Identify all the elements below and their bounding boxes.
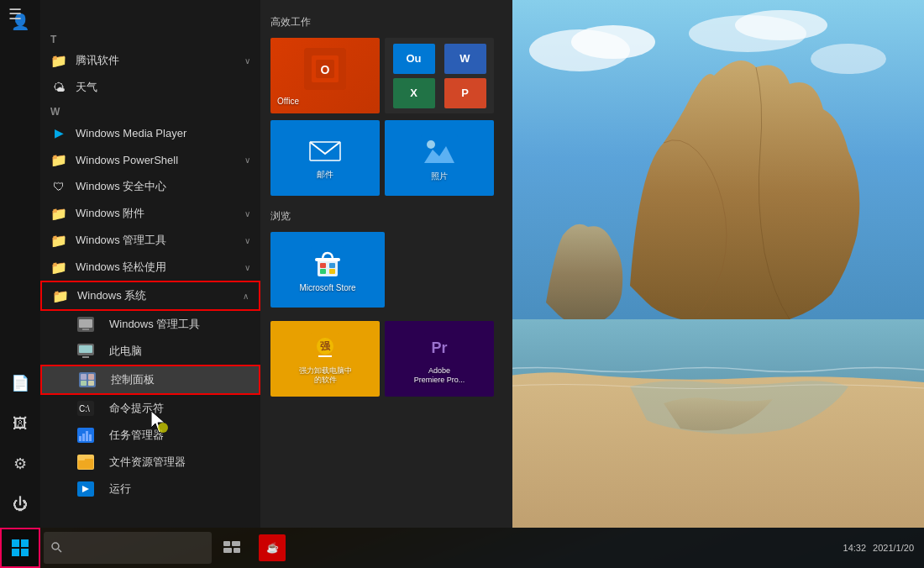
weather-icon: 🌤 xyxy=(50,79,67,96)
tile-photos-label: 照片 xyxy=(431,171,448,181)
svg-rect-57 xyxy=(12,549,19,556)
taskbar-right: 14:32 2021/1/20 xyxy=(843,543,924,553)
app-item-tencent[interactable]: 📁 腾讯软件 ∨ xyxy=(40,47,260,74)
word-mini-icon: W xyxy=(444,44,486,74)
app-item-weather[interactable]: 🌤 天气 xyxy=(40,74,260,101)
expand-arrow-tencent: ∨ xyxy=(244,56,250,66)
expand-arrow-powershell: ∨ xyxy=(244,155,250,165)
app-item-controlpanel[interactable]: 控制面板 xyxy=(40,365,260,395)
section-letter-w: W xyxy=(40,101,260,119)
app-label-admintools: Windows 管理工具 xyxy=(76,233,166,248)
taskview-button[interactable] xyxy=(212,528,252,568)
svg-text:O: O xyxy=(321,63,330,76)
tiles-row-utils: 强 强力卸载电脑中的软件 Pr AdobePremiere Pro... xyxy=(270,321,502,397)
settings-icon[interactable]: ⚙ xyxy=(3,447,37,481)
app-label-thispc: 此电脑 xyxy=(109,344,142,359)
tile-premiere[interactable]: Pr AdobePremiere Pro... xyxy=(385,321,494,397)
app-item-admintools[interactable]: 📁 Windows 管理工具 ∨ xyxy=(40,227,260,254)
app-label-easyaccess: Windows 轻松使用 xyxy=(76,260,166,275)
tile-photos[interactable]: 照片 xyxy=(385,120,494,196)
start-menu: 👤 📄 🖼 ⚙ ⏻ ☰ T 📁 腾讯软件 ∨ 🌤 天气 W ▶ Windows … xyxy=(0,0,512,528)
app-item-wmp[interactable]: ▶ Windows Media Player xyxy=(40,119,260,146)
tile-mail[interactable]: 邮件 xyxy=(270,120,380,196)
app-item-easyaccess[interactable]: 📁 Windows 轻松使用 ∨ xyxy=(40,254,260,281)
search-bar[interactable] xyxy=(44,532,212,564)
svg-rect-64 xyxy=(234,548,240,553)
cmd-icon: C:\ xyxy=(77,400,94,417)
tiles-row-2: 邮件 照片 xyxy=(270,120,502,196)
pictures-icon[interactable]: 🖼 xyxy=(3,407,37,440)
tiles-row-store: Microsoft Store xyxy=(270,232,502,308)
expand-arrow-easyaccess: ∨ xyxy=(244,263,250,272)
app-label-security: Windows 安全中心 xyxy=(76,179,166,194)
app-item-explorer[interactable]: 文件资源管理器 xyxy=(40,449,260,476)
app-item-winsystem-admintool[interactable]: Windows 管理工具 xyxy=(40,311,260,338)
app-item-security[interactable]: 🛡 Windows 安全中心 xyxy=(40,173,260,200)
section-browse: 浏览 Microsoft Store xyxy=(270,209,502,308)
svg-rect-21 xyxy=(88,374,94,380)
expand-arrow-admintools: ∨ xyxy=(244,236,250,245)
svg-rect-49 xyxy=(329,269,335,274)
expand-arrow-winsystem: ∧ xyxy=(243,292,249,301)
search-icon xyxy=(50,541,64,555)
section-header-productivity: 高效工作 xyxy=(270,15,502,29)
app-item-accessories[interactable]: 📁 Windows 附件 ∨ xyxy=(40,200,260,227)
app-label-wmp: Windows Media Player xyxy=(76,127,186,139)
app-item-powershell[interactable]: 📁 Windows PowerShell ∨ xyxy=(40,146,260,173)
outlook-mini-icon: Ou xyxy=(393,44,435,74)
icon-strip: 👤 📄 🖼 ⚙ ⏻ xyxy=(0,0,40,528)
tile-premiere-label: AdobePremiere Pro... xyxy=(414,366,465,385)
svg-rect-15 xyxy=(82,329,89,330)
svg-rect-27 xyxy=(79,436,81,441)
svg-text:Pr: Pr xyxy=(431,339,447,356)
taskmgr-icon xyxy=(77,427,94,444)
tile-uninstaller-label: 强力卸载电脑中的软件 xyxy=(299,366,352,385)
svg-point-59 xyxy=(52,543,59,550)
expand-arrow-accessories: ∨ xyxy=(244,209,250,218)
app-item-run[interactable]: 运行 xyxy=(40,476,260,502)
svg-text:C:\: C:\ xyxy=(79,404,90,413)
svg-line-60 xyxy=(59,550,62,553)
taskbar-time: 14:32 xyxy=(843,543,867,553)
hamburger-menu[interactable]: ☰ xyxy=(8,5,22,24)
winsystem-admintool-icon xyxy=(77,316,94,333)
tile-office[interactable]: O Office xyxy=(270,38,380,113)
svg-rect-29 xyxy=(86,431,88,441)
section-letter-t: T xyxy=(40,29,260,47)
svg-rect-18 xyxy=(82,356,89,358)
app-item-thispc[interactable]: 此电脑 xyxy=(40,338,260,365)
tiles-panel: 高效工作 O Office xyxy=(260,0,512,528)
start-button[interactable] xyxy=(0,528,40,568)
power-icon[interactable]: ⏻ xyxy=(3,487,37,521)
tile-uninstaller[interactable]: 强 强力卸载电脑中的软件 xyxy=(270,321,380,397)
app-label-controlpanel: 控制面板 xyxy=(111,372,155,387)
excel-mini-icon: X xyxy=(393,78,435,108)
taskbar-icon-java[interactable]: ☕ xyxy=(259,534,286,561)
tile-mail-label: 邮件 xyxy=(317,170,333,180)
svg-text:强: 强 xyxy=(320,340,331,352)
svg-rect-47 xyxy=(320,269,326,274)
tile-office-apps[interactable]: Ou W X P xyxy=(385,38,494,113)
section-header-browse: 浏览 xyxy=(270,209,502,224)
svg-rect-22 xyxy=(81,381,87,386)
app-label-run: 运行 xyxy=(109,481,131,497)
folder-icon-winsystem: 📁 xyxy=(52,287,69,304)
svg-rect-62 xyxy=(232,541,240,546)
svg-rect-28 xyxy=(82,434,85,441)
svg-point-5 xyxy=(811,44,886,74)
svg-rect-48 xyxy=(329,263,335,268)
tiles-row-1: O Office Ou W X P xyxy=(270,38,502,113)
tile-store[interactable]: Microsoft Store xyxy=(270,232,385,308)
app-item-cmd[interactable]: C:\ 命令提示符 xyxy=(40,395,260,422)
app-list-panel[interactable]: T 📁 腾讯软件 ∨ 🌤 天气 W ▶ Windows Media Player… xyxy=(40,0,260,528)
documents-icon[interactable]: 📄 xyxy=(3,366,37,400)
svg-rect-44 xyxy=(318,260,338,276)
taskview-icon xyxy=(223,541,240,555)
explorer-icon xyxy=(77,454,94,471)
app-label-explorer: 文件资源管理器 xyxy=(109,455,186,470)
controlpanel-icon xyxy=(79,371,96,388)
app-label-accessories: Windows 附件 xyxy=(76,206,144,221)
app-item-winsystem[interactable]: 📁 Windows 系统 ∧ xyxy=(40,281,260,311)
section-utils: 强 强力卸载电脑中的软件 Pr AdobePremiere Pro... xyxy=(270,321,502,397)
app-item-taskmgr[interactable]: 任务管理器 xyxy=(40,422,260,449)
